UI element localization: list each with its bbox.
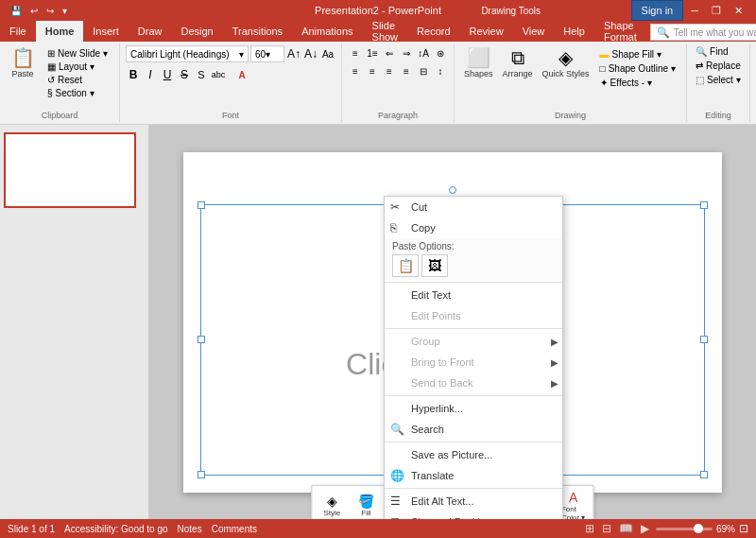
shape-fill-button[interactable]: ▬ Shape Fill ▾	[597, 48, 679, 61]
font-name-selector[interactable]: Calibri Light (Headings) ▾	[126, 45, 249, 62]
edit-text-menu-item[interactable]: Edit Text	[385, 285, 562, 305]
justify-button[interactable]: ≡	[399, 63, 414, 78]
cut-menu-item[interactable]: ✂ Cut	[385, 197, 562, 217]
select-button[interactable]: ⬚ Select ▾	[693, 74, 744, 86]
handle-top-left[interactable]	[198, 201, 205, 209]
undo-icon[interactable]: ↩	[27, 5, 41, 17]
style-button[interactable]: ◈ Style	[316, 492, 348, 519]
replace-button[interactable]: ⇄ Replace	[693, 60, 744, 72]
find-button[interactable]: 🔍 Find	[693, 45, 730, 58]
notes-button[interactable]: Notes	[178, 524, 202, 534]
char-spacing-button[interactable]: abc	[211, 67, 226, 82]
normal-view-button[interactable]: ⊞	[582, 521, 597, 536]
increase-indent-button[interactable]: ⇒	[399, 45, 414, 61]
zoom-value[interactable]: 69%	[716, 524, 735, 534]
redo-icon[interactable]: ↪	[43, 5, 57, 17]
save-icon[interactable]: 💾	[8, 5, 25, 17]
handle-top-right[interactable]	[700, 201, 708, 209]
slide-thumbnail[interactable]	[4, 132, 136, 208]
increase-font-button[interactable]: A↑	[286, 46, 301, 61]
tab-shape-format[interactable]: Shape Format	[594, 21, 646, 42]
strikethrough-button[interactable]: S	[177, 67, 192, 82]
minimize-button[interactable]: ─	[685, 4, 704, 17]
fill-button[interactable]: 🪣 Fill	[350, 492, 382, 519]
tab-home[interactable]: Home	[36, 21, 84, 42]
slide-sorter-button[interactable]: ⊟	[599, 521, 614, 536]
layout-arrow: ▾	[90, 61, 94, 72]
paste-button[interactable]: 📋 Paste	[6, 45, 40, 81]
new-slide-button[interactable]: ⊞ New Slide ▾	[44, 47, 111, 60]
tab-slideshow[interactable]: Slide Show	[363, 21, 408, 42]
paste-keep-format-button[interactable]: 📋	[392, 254, 419, 277]
close-button[interactable]: ✕	[729, 4, 748, 18]
copy-menu-item[interactable]: ⎘ Copy	[385, 217, 562, 238]
handle-bottom-left[interactable]	[198, 471, 205, 478]
customize-icon[interactable]: ▾	[60, 5, 70, 17]
shadow-button[interactable]: S	[194, 67, 209, 82]
clear-format-button[interactable]: Aa	[320, 46, 335, 61]
size-position-menu-item[interactable]: ⊞ Size and Position...	[385, 512, 562, 519]
fit-slide-button[interactable]: ⊡	[739, 522, 748, 535]
section-button[interactable]: § Section ▾	[44, 87, 111, 99]
paste-picture-button[interactable]: 🖼	[421, 254, 448, 277]
save-picture-menu-item[interactable]: Save as Picture...	[385, 444, 562, 465]
align-left-button[interactable]: ≡	[348, 63, 363, 78]
font-color-button[interactable]: A	[234, 67, 249, 82]
reading-view-button[interactable]: 📖	[616, 521, 636, 536]
tab-transitions[interactable]: Transitions	[223, 21, 292, 42]
reset-button[interactable]: ↺ Reset	[44, 74, 111, 86]
bullets-button[interactable]: ≡	[348, 45, 363, 61]
slideshow-button[interactable]: ▶	[638, 521, 652, 536]
select-icon: ⬚	[696, 75, 704, 85]
tab-insert[interactable]: Insert	[83, 21, 129, 42]
line-spacing-button[interactable]: ↕	[433, 63, 448, 78]
align-center-button[interactable]: ≡	[365, 63, 380, 78]
underline-button[interactable]: U	[160, 67, 175, 82]
shapes-button[interactable]: ⬜ Shapes	[460, 45, 497, 81]
tab-file[interactable]: File	[0, 21, 36, 42]
decrease-indent-button[interactable]: ⇐	[382, 45, 397, 61]
handle-middle-left[interactable]	[198, 336, 205, 343]
shape-outline-button[interactable]: □ Shape Outline ▾	[597, 62, 679, 75]
tab-review[interactable]: Review	[460, 21, 513, 42]
layout-button[interactable]: ▦ Layout ▾	[44, 61, 111, 73]
restore-button[interactable]: ❐	[706, 4, 727, 18]
font-size-selector[interactable]: 60 ▾	[250, 45, 284, 62]
canvas-area[interactable]: ◈ Style 🪣 Fill □ Outline 💬 NewComment	[149, 125, 756, 519]
alt-text-menu-item[interactable]: ☰ Edit Alt Text...	[385, 491, 562, 512]
arrange-icon: ⧉	[511, 48, 524, 67]
handle-middle-right[interactable]	[700, 336, 708, 343]
text-direction-button[interactable]: ↕A	[416, 45, 431, 61]
rotate-handle[interactable]	[449, 186, 456, 194]
convert-smartart-button[interactable]: ⊛	[433, 45, 448, 61]
tab-draw[interactable]: Draw	[129, 21, 172, 42]
slide-item-1[interactable]: 1	[4, 129, 145, 208]
zoom-slider-thumb[interactable]	[694, 524, 703, 533]
align-right-button[interactable]: ≡	[382, 63, 397, 78]
tab-record[interactable]: Record	[407, 21, 459, 42]
columns-button[interactable]: ⊟	[416, 63, 431, 78]
arrange-button[interactable]: ⧉ Arrange	[499, 45, 537, 81]
new-slide-arrow: ▾	[103, 48, 108, 59]
tab-view[interactable]: View	[513, 21, 555, 42]
zoom-slider[interactable]	[656, 528, 713, 530]
bold-button[interactable]: B	[126, 67, 141, 82]
quick-styles-icon: ◈	[558, 48, 573, 67]
hyperlink-menu-item[interactable]: Hyperlink...	[385, 398, 562, 419]
tab-help[interactable]: Help	[554, 21, 594, 42]
send-back-arrow: ▶	[551, 378, 558, 389]
shape-effects-button[interactable]: ✦ Effects - ▾	[597, 77, 679, 89]
sign-in-button[interactable]: Sign in	[631, 0, 684, 21]
decrease-font-button[interactable]: A↓	[303, 46, 318, 61]
translate-menu-item[interactable]: 🌐 Translate	[385, 465, 562, 486]
tab-design[interactable]: Design	[171, 21, 222, 42]
quick-styles-button[interactable]: ◈ Quick Styles	[539, 45, 593, 81]
handle-bottom-right[interactable]	[700, 471, 708, 478]
search-menu-item[interactable]: 🔍 Search	[385, 419, 562, 440]
comments-button[interactable]: Comments	[212, 524, 257, 534]
tell-me-input[interactable]: 🔍 Tell me what you want to do	[650, 24, 756, 41]
italic-button[interactable]: I	[143, 67, 158, 82]
tab-animations[interactable]: Animations	[292, 21, 362, 42]
para-row2: ≡ ≡ ≡ ≡ ⊟ ↕	[348, 63, 448, 78]
numbering-button[interactable]: 1≡	[365, 45, 380, 61]
